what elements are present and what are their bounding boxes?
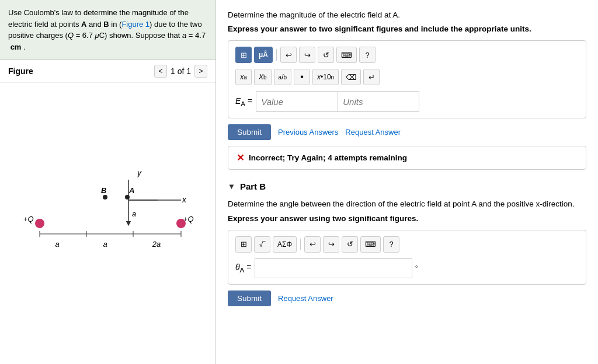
part-a-toolbar-2: xa Xb a/b • x•10n ⌫ ↵ bbox=[235, 69, 579, 85]
del-button[interactable]: ⌫ bbox=[341, 69, 361, 85]
part-a-label: EA = bbox=[235, 96, 252, 107]
dot-button[interactable]: • bbox=[294, 69, 310, 85]
figure-prev-button[interactable]: < bbox=[154, 65, 167, 78]
help-button-b[interactable]: ? bbox=[383, 236, 399, 253]
matrix-button-b[interactable]: ⊞ bbox=[235, 236, 252, 253]
figure-section: Figure < 1 of 1 > y x a bbox=[0, 60, 215, 364]
svg-text:a: a bbox=[55, 240, 59, 249]
figure-title: Figure bbox=[8, 66, 33, 76]
sqrt-button[interactable]: √‾ bbox=[254, 236, 270, 253]
part-a-instructions: Express your answer to two significant f… bbox=[228, 24, 586, 33]
svg-text:x: x bbox=[182, 195, 187, 204]
help-button-a[interactable]: ? bbox=[359, 47, 376, 63]
part-a-value-input[interactable] bbox=[256, 91, 338, 112]
svg-text:+Q: +Q bbox=[183, 215, 194, 223]
undo-button-b[interactable]: ↩ bbox=[304, 236, 321, 253]
matrix-button[interactable]: ⊞ bbox=[235, 47, 252, 63]
part-b-submit-button[interactable]: Submit bbox=[228, 290, 271, 306]
part-a-toolbar: ⊞ μÂ ↩ ↪ ↺ ⌨ ? bbox=[235, 47, 579, 63]
xa-button[interactable]: xa bbox=[235, 69, 252, 85]
part-b-label: θA = bbox=[235, 262, 251, 274]
figure-nav: < 1 of 1 > bbox=[154, 65, 207, 78]
svg-text:a: a bbox=[103, 240, 107, 249]
part-b-instructions: Express your answer using two significan… bbox=[228, 214, 586, 223]
svg-text:+Q: +Q bbox=[23, 215, 34, 223]
ab-frac-button[interactable]: a/b bbox=[274, 69, 291, 85]
part-a-intro: Determine the magnitude of the electric … bbox=[228, 9, 586, 21]
part-a-section: Determine the magnitude of the electric … bbox=[228, 9, 586, 170]
toolbar-sep-b bbox=[300, 239, 301, 250]
part-b-intro: Determine the angle between the directio… bbox=[228, 198, 586, 210]
enter-button[interactable]: ↵ bbox=[363, 69, 380, 85]
svg-text:y: y bbox=[137, 168, 142, 177]
redo-button[interactable]: ↪ bbox=[299, 47, 315, 63]
problem-statement: Use Coulomb's law to determine the magni… bbox=[0, 0, 215, 60]
request-answer-link-b[interactable]: Request Answer bbox=[278, 294, 333, 303]
left-panel: Use Coulomb's law to determine the magni… bbox=[0, 0, 216, 364]
svg-text:a: a bbox=[132, 209, 136, 218]
svg-point-9 bbox=[125, 195, 130, 200]
x10n-button[interactable]: x•10n bbox=[312, 69, 339, 85]
part-b-header: ▼ Part B bbox=[228, 181, 586, 191]
part-a-answer-box: ⊞ μÂ ↩ ↪ ↺ ⌨ ? xa Xb a/b • x•10n ⌫ ↵ bbox=[228, 40, 586, 118]
svg-text:A: A bbox=[128, 186, 134, 195]
part-a-units-input[interactable] bbox=[338, 91, 419, 112]
figure-canvas: y x a B bbox=[0, 83, 215, 364]
part-b-toolbar: ⊞ √‾ ΑΣΦ ↩ ↪ ↺ ⌨ ? bbox=[235, 236, 579, 253]
part-a-input-row: EA = bbox=[235, 91, 579, 112]
figure-page-label: 1 of 1 bbox=[171, 66, 191, 76]
keyboard-button[interactable]: ⌨ bbox=[336, 47, 357, 63]
refresh-button[interactable]: ↺ bbox=[318, 47, 334, 63]
part-b-answer-box: ⊞ √‾ ΑΣΦ ↩ ↪ ↺ ⌨ ? θA = ° bbox=[228, 230, 586, 285]
refresh-button-b[interactable]: ↺ bbox=[342, 236, 358, 253]
mu-button[interactable]: μÂ bbox=[254, 47, 273, 63]
svg-point-11 bbox=[35, 219, 44, 228]
degree-symbol: ° bbox=[415, 264, 418, 273]
part-b-title: Part B bbox=[240, 181, 266, 191]
part-a-submit-button[interactable]: Submit bbox=[228, 124, 271, 140]
svg-point-7 bbox=[103, 195, 107, 200]
feedback-x-icon: ✕ bbox=[237, 152, 244, 163]
figure-next-button[interactable]: > bbox=[194, 65, 207, 78]
collapse-arrow[interactable]: ▼ bbox=[228, 182, 235, 191]
undo-button[interactable]: ↩ bbox=[280, 47, 297, 63]
feedback-text: Incorrect; Try Again; 4 attempts remaini… bbox=[249, 153, 407, 162]
sigma-button[interactable]: ΑΣΦ bbox=[273, 236, 297, 253]
part-a-submit-row: Submit Previous Answers Request Answer bbox=[228, 124, 586, 140]
figure-diagram: y x a B bbox=[18, 165, 199, 282]
right-panel: Determine the magnitude of the electric … bbox=[216, 0, 598, 364]
svg-text:2a: 2a bbox=[151, 240, 160, 249]
figure-link[interactable]: Figure 1 bbox=[121, 20, 150, 29]
svg-text:B: B bbox=[101, 186, 106, 195]
figure-header: Figure < 1 of 1 > bbox=[0, 60, 215, 83]
xb-button[interactable]: Xb bbox=[254, 69, 272, 85]
previous-answers-link[interactable]: Previous Answers bbox=[278, 128, 338, 136]
part-b-input-row: θA = ° bbox=[235, 258, 579, 278]
request-answer-link-a[interactable]: Request Answer bbox=[345, 128, 401, 136]
redo-button-b[interactable]: ↪ bbox=[323, 236, 339, 253]
part-b-section: ▼ Part B Determine the angle between the… bbox=[228, 181, 586, 306]
part-b-submit-row: Submit Request Answer bbox=[228, 290, 586, 306]
toolbar-sep-1 bbox=[276, 49, 277, 61]
part-a-feedback: ✕ Incorrect; Try Again; 4 attempts remai… bbox=[228, 146, 586, 170]
part-b-angle-input[interactable] bbox=[255, 258, 412, 278]
keyboard-button-b[interactable]: ⌨ bbox=[360, 236, 381, 253]
